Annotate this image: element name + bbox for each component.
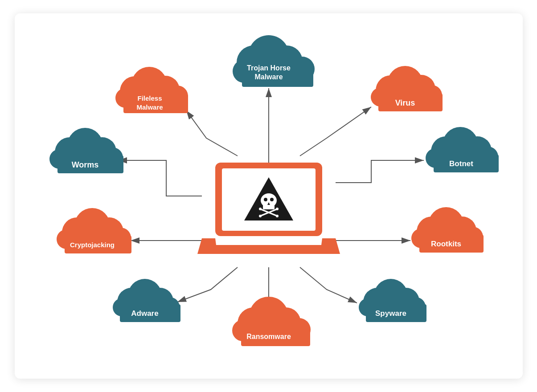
cloud-virus: Virus bbox=[371, 66, 443, 111]
connector-virus bbox=[300, 107, 371, 156]
cloud-spyware: Spyware bbox=[359, 279, 426, 322]
cloud-worms: Worms bbox=[49, 128, 123, 173]
cloud-fileless: Fileless Malware bbox=[115, 67, 188, 113]
trojan-label-1: Trojan Horse bbox=[247, 64, 291, 72]
worms-label: Worms bbox=[71, 160, 98, 169]
connector-spyware bbox=[300, 267, 357, 303]
fileless-label-2: Malware bbox=[136, 103, 163, 111]
cloud-ransomware: Ransomware bbox=[232, 297, 311, 346]
connector-fileless bbox=[186, 110, 238, 156]
cloud-rootkits: Rootkits bbox=[411, 207, 484, 253]
cryptojacking-label: Cryptojacking bbox=[70, 241, 114, 249]
trojan-label-2: Malware bbox=[254, 73, 283, 81]
fileless-label-1: Fileless bbox=[137, 94, 162, 102]
cb-end-2 bbox=[276, 215, 279, 217]
connector-worms-2 bbox=[118, 160, 202, 196]
cb-end-4 bbox=[259, 215, 262, 217]
rootkits-label: Rootkits bbox=[431, 240, 461, 248]
diagram-svg: Trojan Horse Malware Fileless Malware Vi… bbox=[15, 13, 523, 379]
cloud-adware: Adware bbox=[113, 279, 180, 322]
skull-eye-left bbox=[264, 198, 267, 201]
cloud-botnet: Botnet bbox=[426, 127, 499, 172]
connector-botnet bbox=[336, 160, 424, 183]
botnet-label: Botnet bbox=[449, 159, 473, 168]
spyware-label: Spyware bbox=[375, 309, 406, 318]
cb-end-1 bbox=[259, 208, 262, 210]
diagram-container: Trojan Horse Malware Fileless Malware Vi… bbox=[15, 13, 523, 379]
adware-label: Adware bbox=[131, 309, 158, 318]
cb-end-3 bbox=[276, 208, 279, 210]
virus-label: Virus bbox=[395, 98, 415, 107]
cloud-trojan: Trojan Horse Malware bbox=[233, 35, 315, 87]
laptop-base bbox=[197, 238, 340, 254]
skull-jaw bbox=[263, 205, 275, 209]
skull-eye-right bbox=[270, 198, 274, 201]
cloud-cryptojacking: Cryptojacking bbox=[57, 208, 131, 253]
ransomware-label: Ransomware bbox=[246, 333, 291, 340]
connector-adware bbox=[177, 267, 238, 302]
